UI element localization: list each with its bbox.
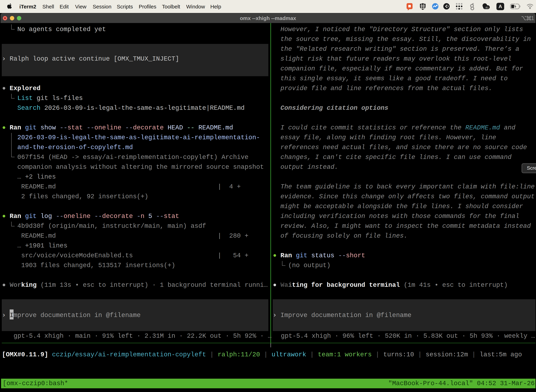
svg-text:..61: ..61 bbox=[484, 6, 488, 9]
